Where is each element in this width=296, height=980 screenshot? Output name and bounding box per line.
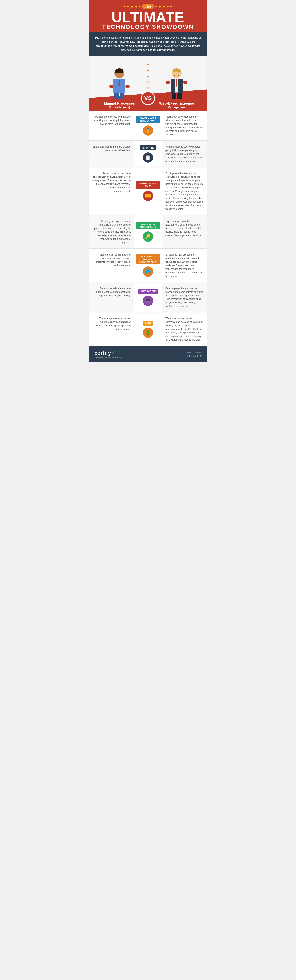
rating-stars: ★ ★ ★ ★ ★ (146, 62, 150, 91)
ultimate-title: ULTIMATE (93, 10, 203, 24)
logo-text: certify (94, 350, 111, 356)
footer-contact: www.certify.com 1.888.925.0510 (185, 350, 202, 358)
rating-star: ★ (146, 80, 150, 84)
rating-star: ★ (146, 73, 150, 79)
footer-phone: 1.888.925.0510 (185, 354, 202, 358)
content-row: Data is manually entered into human reso… (89, 283, 207, 312)
person-right (157, 68, 196, 99)
content-row: The average cost of a manual expense rep… (89, 313, 207, 346)
col-center: INTEGRATIONS 🖥️ (134, 283, 162, 312)
col-left-text: Policies are enforced by manually checki… (89, 111, 134, 140)
header-section: ★ ★ ★ ★ ★ The ★ ★ ★ ★ ★ ULTIMATE TECHNOL… (89, 0, 207, 32)
rating-star: ★ (146, 68, 150, 73)
category-label: INTEGRATIONS (138, 289, 158, 294)
rating-star: ★ (146, 85, 150, 91)
intro-section: Many companies have relied mainly on tra… (89, 32, 207, 56)
category-icon: 🖥️ (143, 296, 153, 306)
category-label: COMPLIANCE & REGULATIONS (136, 116, 160, 123)
star-icon: ★ (138, 5, 141, 8)
col-center: SCALABLE & GLOBAL FUNCTIONALITY 🌐 (134, 249, 162, 282)
col-left-text: Data is manually entered into human reso… (89, 283, 134, 312)
category-label: USABILITY & ACCESSIBILITY (136, 222, 160, 229)
person-left: 👓 (100, 68, 139, 99)
footer-website: www.certify.com (185, 350, 202, 354)
col-right-text: Technology allows for company wide polic… (162, 111, 207, 140)
star-icon: ★ (131, 5, 133, 8)
col-left-text: Receipts are stapled to the spreadsheet … (89, 168, 134, 215)
logo-tagline: travel & expense made easy (94, 356, 122, 358)
vs-circle: VS (141, 91, 155, 105)
category-icon: 💲 (143, 328, 153, 338)
fighter-left: 👓 Manual Processes (100, 68, 139, 111)
category-label: REPORTING (139, 145, 156, 150)
content-row: Receipts are stapled to the spreadsheet … (89, 168, 207, 215)
vs-banner: ★ ★ ★ ★ ★ 👓 (89, 56, 207, 111)
category-icon: 🌐 (143, 266, 153, 277)
category-icon: 💳 (143, 191, 153, 201)
category-label: REIMBURSEMENT TIMES (136, 181, 160, 189)
intro-text: Many companies have relied mainly on tra… (94, 36, 202, 52)
footer-section: certify ✓ travel & expense made easy www… (89, 346, 207, 362)
col-center: COST 💲 (134, 313, 162, 345)
star-icon: ★ (127, 5, 130, 8)
content-row: Charts and graphs manually created using… (89, 141, 207, 167)
star-icon: ★ (159, 5, 161, 8)
content-row: Reports must be created and submitted in… (89, 249, 207, 282)
showdown-subtitle: TECHNOLOGY SHOWDOWN (93, 24, 203, 30)
fighter-left-label: Manual Processes (Spreadsheets) (100, 102, 139, 109)
category-icon: 📋 (143, 153, 153, 163)
footer-logo: certify ✓ travel & expense made easy (94, 350, 122, 358)
category-label: COST (143, 321, 153, 326)
col-right-text: Web-based systems cost companies an aver… (162, 313, 207, 345)
category-label: SCALABLE & GLOBAL FUNCTIONALITY (136, 254, 160, 264)
logo-check-icon: ✓ (112, 350, 115, 356)
content-row: Policies are enforced by manually checki… (89, 111, 207, 141)
fighter-right-label: Web-Based Expense Management (157, 102, 196, 109)
stars-row: ★ ★ ★ ★ ★ The ★ ★ ★ ★ ★ (93, 3, 203, 9)
star-icon: ★ (123, 5, 126, 8)
col-left-text: Creating the expense report manually is … (89, 215, 134, 248)
col-right-text: Employees may choose their preferred lan… (162, 249, 207, 282)
the-badge: The (142, 3, 154, 9)
col-right-text: Instant access to over 40 reports giving… (162, 141, 207, 167)
infographic-container: ★ ★ ★ ★ ★ The ★ ★ ★ ★ ★ ULTIMATE TECHNOL… (89, 0, 207, 362)
col-right-text: One single platform is used to manage an… (162, 283, 207, 312)
star-icon: ★ (170, 5, 173, 8)
col-right-text: Expense reports are built automatically … (162, 215, 207, 248)
col-center: REPORTING 📋 (134, 141, 162, 167)
star-icon: ★ (163, 5, 165, 8)
col-right-text: Employees submit receipts and expenses e… (162, 168, 207, 215)
star-icon: ★ (135, 5, 137, 8)
col-left-text: The average cost of a manual expense rep… (89, 313, 134, 345)
category-icon: 🔑 (143, 231, 153, 242)
col-left-text: Charts and graphs manually created using… (89, 141, 134, 167)
col-center: COMPLIANCE & REGULATIONS 🏅 (134, 111, 162, 140)
col-center: USABILITY & ACCESSIBILITY 🔑 (134, 215, 162, 248)
col-left-text: Reports must be created and submitted in… (89, 249, 134, 282)
content-row: Creating the expense report manually is … (89, 215, 207, 249)
content-section: Policies are enforced by manually checki… (89, 111, 207, 346)
fighter-right: Web-Based Expense Management (157, 68, 196, 111)
rating-star: ★ (146, 62, 150, 67)
star-icon: ★ (166, 5, 169, 8)
col-center: REIMBURSEMENT TIMES 💳 (134, 168, 162, 215)
star-icon: ★ (155, 5, 158, 8)
category-icon: 🏅 (143, 125, 153, 135)
